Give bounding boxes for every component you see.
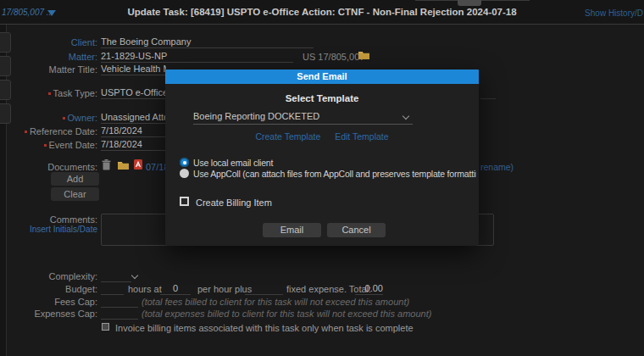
create-billing-item-label: Create Billing Item [196,197,272,208]
client-input[interactable]: The Boeing Company [101,36,314,48]
chevron-down-icon[interactable] [131,272,138,279]
budget-label: Budget: [0,284,97,294]
pdf-icon[interactable] [134,159,142,170]
documents-label: Documents: [0,162,97,172]
invoice-when-complete-label: Invoice billing items associated with th… [115,323,414,333]
expenses-cap-label: Expenses Cap: [0,309,97,319]
edit-template-link[interactable]: Edit Template [335,131,388,142]
budget-hours-input[interactable] [101,283,124,295]
folder-icon[interactable] [358,50,369,59]
required-marker [48,92,51,95]
event-date-input[interactable]: 7/18/2024 [101,139,166,151]
use-local-email-radio[interactable] [180,158,189,167]
matter-input[interactable]: 21-1829-US-NP [101,51,293,63]
required-marker [63,117,65,120]
template-selected-value: Boeing Reporting DOCKETED [193,111,319,121]
matter-title-label: Matter Title: [0,64,97,75]
complexity-label: Complexity: [0,271,97,281]
expenses-cap-input[interactable] [101,308,138,320]
hours-at-text: hours at [128,284,162,294]
expenses-cap-hint: (total expenses billed to client for thi… [142,309,431,319]
template-select[interactable]: Boeing Reporting DOCKETED [193,111,413,125]
title-bar: 17/805,007 ... Update Task: [68419] USPT… [0,0,644,25]
send-email-modal: Send Email Select Template Boeing Report… [165,70,479,246]
document-link[interactable]: 07/18 [146,162,166,172]
per-hour-plus-text: per hour plus [197,284,252,294]
horizontal-scrollbar-thumb[interactable] [458,0,481,6]
chevron-down-icon [402,113,409,120]
complexity-select[interactable] [101,270,131,282]
create-template-link[interactable]: Create Template [255,131,320,142]
input-underline-fragment [480,98,496,99]
fixed-expense-input[interactable] [245,283,283,295]
app-window: 17/805,007 ... Update Task: [68419] USPT… [0,0,644,356]
required-marker [44,144,47,147]
cancel-button[interactable]: Cancel [327,223,386,237]
owner-label: Owner: [0,113,97,123]
modal-title-bar[interactable]: Send Email [165,70,479,84]
matter-serial-number: US 17/805,007 [303,52,364,62]
event-date-label: Event Date: [0,140,97,150]
page-title: Update Task: [68419] USPTO e-Office Acti… [0,7,644,17]
task-type-input[interactable]: USPTO e-Office Ac [101,87,166,99]
insert-initials-link[interactable]: Insert Initials/Date [0,225,97,234]
comments-label: Comments: [0,214,97,225]
select-template-heading: Select Template [165,93,479,103]
reference-date-label: Reference Date: [0,126,97,136]
clear-documents-button[interactable]: Clear [51,187,99,201]
create-billing-item-checkbox[interactable] [180,197,189,206]
owner-input[interactable]: Unassigned Attorne [101,112,166,124]
rate-input[interactable]: 0 [160,283,191,295]
matter-label: Matter: [0,52,97,62]
use-local-email-label: Use local email client [193,158,476,168]
email-button[interactable]: Email [263,223,321,237]
invoice-when-complete-checkbox[interactable] [102,323,109,331]
rename-link-fragment[interactable]: rename) [480,162,514,172]
use-appcoll-label: Use AppColl (can attach files from AppCo… [193,169,476,179]
fees-cap-input[interactable] [101,296,138,308]
folder-icon[interactable] [118,160,129,170]
client-label: Client: [0,37,97,47]
trash-icon[interactable] [102,159,111,170]
required-marker [25,131,27,133]
add-document-button[interactable]: Add [51,172,99,186]
task-type-label: Task Type: [0,88,97,98]
use-appcoll-radio[interactable] [180,169,189,178]
matter-title-input[interactable]: Vehicle Health Mana [101,64,166,75]
reference-date-input[interactable]: 7/18/2024 [101,125,166,137]
fees-cap-hint: (total fees billed to client for this ta… [142,297,409,307]
total-value: 0.00 [355,283,383,295]
show-history-link[interactable]: Show History/D [585,8,643,18]
fees-cap-label: Fees Cap: [0,297,97,307]
